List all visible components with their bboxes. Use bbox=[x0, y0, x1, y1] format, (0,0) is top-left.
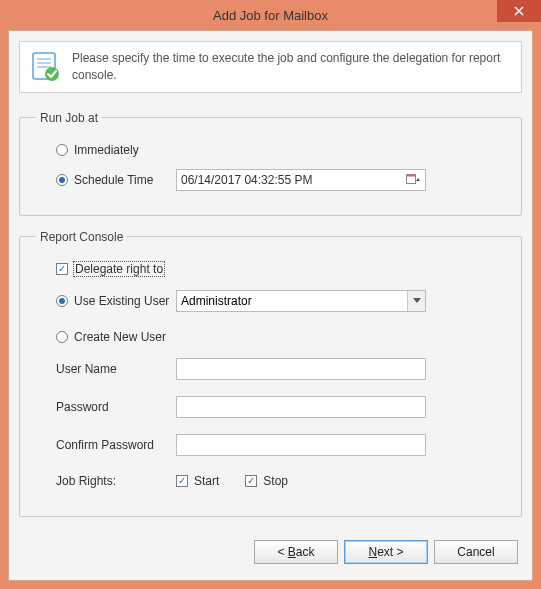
row-password: Password bbox=[36, 394, 505, 420]
checkbox-icon bbox=[176, 475, 188, 487]
user-name-input[interactable] bbox=[176, 358, 426, 380]
run-job-group: Run Job at Immediately Schedule Time 06/… bbox=[19, 111, 522, 216]
job-icon bbox=[30, 50, 62, 82]
row-use-existing: Use Existing User Administrator bbox=[36, 288, 505, 314]
schedule-time-picker[interactable]: 06/14/2017 04:32:55 PM bbox=[176, 169, 426, 191]
checkbox-stop-label: Stop bbox=[263, 474, 288, 488]
close-button[interactable] bbox=[497, 0, 541, 22]
row-create-new: Create New User bbox=[36, 326, 505, 348]
job-rights-label: Job Rights: bbox=[56, 474, 176, 488]
user-name-label: User Name bbox=[56, 362, 176, 376]
dialog-window: Add Job for Mailbox Please specify the t… bbox=[0, 0, 541, 589]
password-input[interactable] bbox=[176, 396, 426, 418]
existing-user-value: Administrator bbox=[181, 294, 252, 308]
row-user-name: User Name bbox=[36, 356, 505, 382]
checkbox-delegate[interactable]: Delegate right to bbox=[56, 262, 164, 276]
checkbox-stop[interactable]: Stop bbox=[245, 474, 288, 488]
radio-icon bbox=[56, 144, 68, 156]
checkbox-start-label: Start bbox=[194, 474, 219, 488]
radio-create-new-label: Create New User bbox=[74, 330, 166, 344]
radio-schedule-time[interactable]: Schedule Time bbox=[56, 173, 153, 187]
radio-icon bbox=[56, 174, 68, 186]
radio-icon bbox=[56, 331, 68, 343]
job-rights-options: Start Stop bbox=[176, 474, 288, 488]
window-title: Add Job for Mailbox bbox=[0, 8, 541, 23]
row-delegate: Delegate right to bbox=[36, 258, 505, 280]
row-job-rights: Job Rights: Start Stop bbox=[36, 470, 505, 492]
checkbox-start[interactable]: Start bbox=[176, 474, 219, 488]
svg-rect-8 bbox=[407, 174, 416, 176]
checkbox-icon bbox=[245, 475, 257, 487]
combo-dropdown-button[interactable] bbox=[407, 291, 425, 311]
confirm-password-label: Confirm Password bbox=[56, 438, 176, 452]
radio-immediately[interactable]: Immediately bbox=[56, 143, 139, 157]
row-schedule-time: Schedule Time 06/14/2017 04:32:55 PM bbox=[36, 169, 505, 191]
radio-use-existing-label: Use Existing User bbox=[74, 294, 169, 308]
radio-schedule-time-label: Schedule Time bbox=[74, 173, 153, 187]
row-immediately: Immediately bbox=[36, 139, 505, 161]
back-button[interactable]: < Back bbox=[254, 540, 338, 564]
calendar-icon bbox=[406, 173, 422, 187]
chevron-down-icon bbox=[413, 298, 421, 304]
radio-icon bbox=[56, 295, 68, 307]
titlebar: Add Job for Mailbox bbox=[0, 0, 541, 30]
instruction-text: Please specify the time to execute the j… bbox=[72, 50, 511, 84]
cancel-button[interactable]: Cancel bbox=[434, 540, 518, 564]
radio-create-new[interactable]: Create New User bbox=[56, 330, 166, 344]
report-console-group: Report Console Delegate right to Use Exi… bbox=[19, 230, 522, 517]
next-button[interactable]: Next > bbox=[344, 540, 428, 564]
calendar-dropdown-button[interactable] bbox=[405, 171, 423, 189]
radio-use-existing[interactable]: Use Existing User bbox=[56, 294, 169, 308]
content-area: Please specify the time to execute the j… bbox=[8, 30, 533, 581]
confirm-password-input[interactable] bbox=[176, 434, 426, 456]
schedule-time-value: 06/14/2017 04:32:55 PM bbox=[181, 173, 312, 187]
run-job-legend: Run Job at bbox=[36, 111, 102, 125]
existing-user-combo[interactable]: Administrator bbox=[176, 290, 426, 312]
password-label: Password bbox=[56, 400, 176, 414]
close-icon bbox=[514, 6, 524, 16]
instruction-panel: Please specify the time to execute the j… bbox=[19, 41, 522, 93]
checkbox-delegate-label: Delegate right to bbox=[74, 262, 164, 276]
report-console-legend: Report Console bbox=[36, 230, 127, 244]
radio-immediately-label: Immediately bbox=[74, 143, 139, 157]
row-confirm-password: Confirm Password bbox=[36, 432, 505, 458]
checkbox-icon bbox=[56, 263, 68, 275]
button-row: < Back Next > Cancel bbox=[19, 534, 522, 570]
